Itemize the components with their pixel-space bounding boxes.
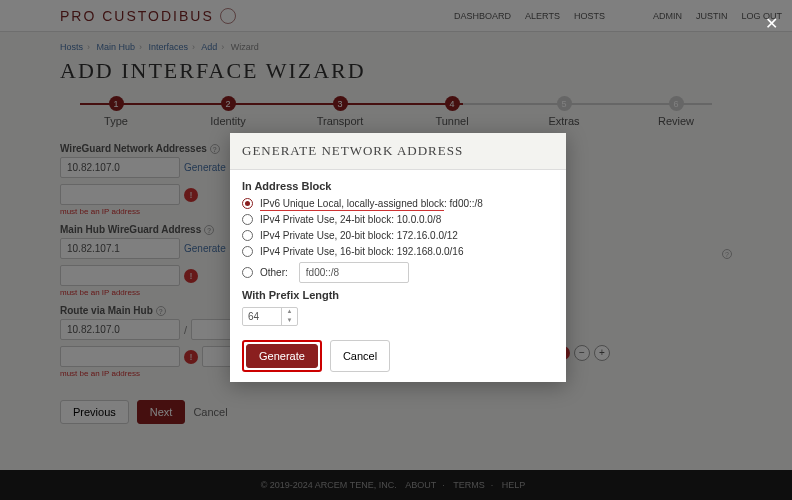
block-label: In Address Block bbox=[242, 180, 554, 192]
prefix-length-input[interactable]: ▲▼ bbox=[242, 307, 298, 326]
generate-address-modal: GENERATE NETWORK ADDRESS In Address Bloc… bbox=[230, 133, 566, 382]
stepper-down-icon[interactable]: ▼ bbox=[282, 317, 297, 326]
radio-ipv4-16[interactable]: IPv4 Private Use, 16-bit block: 192.168.… bbox=[242, 246, 554, 257]
radio-other[interactable]: Other: bbox=[242, 262, 554, 283]
plen-label: With Prefix Length bbox=[242, 289, 554, 301]
radio-ipv4-20[interactable]: IPv4 Private Use, 20-bit block: 172.16.0… bbox=[242, 230, 554, 241]
close-icon[interactable]: ✕ bbox=[765, 14, 778, 33]
radio-ipv4-24[interactable]: IPv4 Private Use, 24-bit block: 10.0.0.0… bbox=[242, 214, 554, 225]
generate-highlight: Generate bbox=[242, 340, 322, 372]
generate-button[interactable]: Generate bbox=[246, 344, 318, 368]
radio-ipv6-local[interactable]: IPv6 Unique Local, locally-assigned bloc… bbox=[242, 198, 554, 209]
modal-title: GENERATE NETWORK ADDRESS bbox=[230, 133, 566, 170]
stepper-up-icon[interactable]: ▲ bbox=[282, 308, 297, 317]
modal-cancel-button[interactable]: Cancel bbox=[330, 340, 390, 372]
other-block-input[interactable] bbox=[299, 262, 409, 283]
